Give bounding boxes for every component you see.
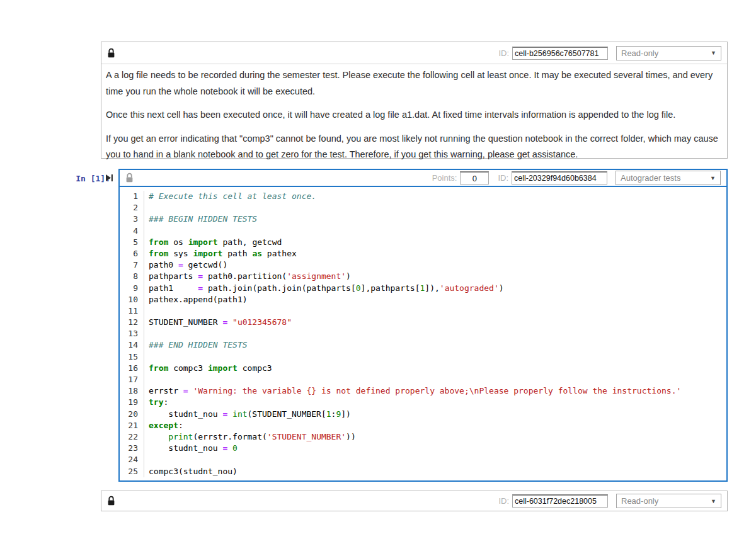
code-lines: # Execute this cell at least once. ### B… <box>144 191 726 477</box>
code-cell: Points: ID: Autograder tests ▼ 123456789… <box>118 169 728 482</box>
line-numbers: 1234567891011121314151617181920212223242… <box>120 191 144 477</box>
cell-type-select[interactable]: Read-only ▼ <box>616 494 721 508</box>
cell-toolbar: Points: ID: Autograder tests ▼ <box>120 170 726 187</box>
cell-toolbar: ID: Read-only ▼ <box>101 42 727 64</box>
markdown-paragraph: A a log file needs to be recorded during… <box>106 67 721 99</box>
chevron-down-icon: ▼ <box>711 498 716 504</box>
lock-icon <box>107 48 115 59</box>
cell-id-input[interactable] <box>512 47 608 60</box>
cell-id-input[interactable] <box>512 171 607 185</box>
cell-type-select[interactable]: Autograder tests ▼ <box>616 171 721 185</box>
cell-type-value: Read-only <box>621 496 658 506</box>
markdown-body: A a log file needs to be recorded during… <box>101 64 727 163</box>
cell-toolbar: ID: Read-only ▼ <box>101 491 727 511</box>
chevron-down-icon: ▼ <box>711 50 716 56</box>
step-forward-icon <box>105 173 113 183</box>
cell-type-select[interactable]: Read-only ▼ <box>616 46 721 60</box>
markdown-cell-bottom: ID: Read-only ▼ <box>101 491 728 511</box>
execution-prompt: In [1]: <box>59 174 110 183</box>
markdown-paragraph: Once this next cell has been executed on… <box>106 107 721 123</box>
lock-icon <box>125 173 134 183</box>
lock-icon <box>107 496 115 506</box>
cell-id-label: ID: <box>498 48 509 58</box>
cell-type-value: Read-only <box>621 48 658 58</box>
cell-id-input[interactable] <box>512 494 608 508</box>
markdown-cell-top: ID: Read-only ▼ A a log file needs to be… <box>101 42 728 159</box>
cell-type-value: Autograder tests <box>621 173 680 183</box>
code-editor[interactable]: 1234567891011121314151617181920212223242… <box>120 187 726 477</box>
cell-id-label: ID: <box>498 496 509 506</box>
cell-id-label: ID: <box>498 173 508 183</box>
chevron-down-icon: ▼ <box>710 175 716 181</box>
points-label: Points: <box>432 173 457 183</box>
markdown-paragraph: If you get an error indicating that "com… <box>106 131 721 163</box>
points-input[interactable] <box>460 171 489 185</box>
